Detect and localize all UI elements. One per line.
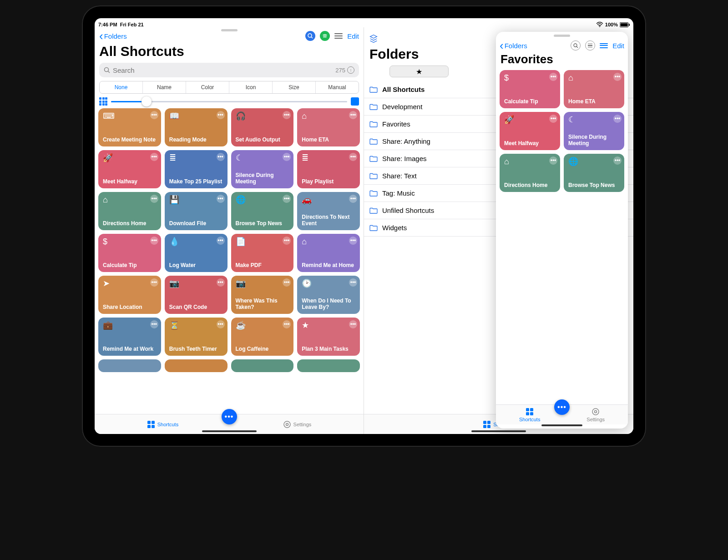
shortcut-more-button[interactable]: ••• <box>283 111 291 119</box>
shortcut-more-button[interactable]: ••• <box>549 156 557 165</box>
slideover-edit-button[interactable]: Edit <box>612 42 624 50</box>
sort-name[interactable]: Name <box>143 81 186 93</box>
favorite-card[interactable]: ⌂ Home ETA ••• <box>564 70 624 108</box>
shortcut-more-button[interactable]: ••• <box>283 237 291 245</box>
shortcut-label: Create Meeting Note <box>103 136 157 143</box>
shortcut-card[interactable]: ≣ Make Top 25 Playlist ••• <box>165 150 228 188</box>
shortcut-card[interactable]: 📖 Reading Mode ••• <box>165 108 228 146</box>
more-actions-fab[interactable]: ••• <box>222 409 237 424</box>
shortcut-card[interactable]: 🌐 Browse Top News ••• <box>231 192 294 230</box>
shortcut-more-button[interactable]: ••• <box>283 195 291 203</box>
card-size-slider[interactable] <box>95 97 364 108</box>
shortcut-more-button[interactable]: ••• <box>150 278 158 287</box>
slideover-search-icon[interactable] <box>571 40 581 50</box>
search-input[interactable]: 275 ↑ <box>99 63 359 77</box>
shortcut-card[interactable]: 🕑 When Do I Need To Leave By? ••• <box>297 276 360 314</box>
shortcut-card[interactable]: ⌂ Remind Me at Home ••• <box>297 234 360 272</box>
shortcut-card-peek[interactable] <box>297 359 360 372</box>
stack-icon[interactable] <box>369 34 379 44</box>
shortcut-more-button[interactable]: ••• <box>150 237 158 245</box>
shortcut-more-button[interactable]: ••• <box>217 195 225 203</box>
shortcut-card[interactable]: ➤ Share Location ••• <box>98 276 161 314</box>
shortcut-card[interactable]: ⌂ Directions Home ••• <box>98 192 161 230</box>
search-shortcuts-button[interactable] <box>305 31 315 41</box>
slideover-tab-settings[interactable]: Settings <box>586 408 605 422</box>
shortcut-more-button[interactable]: ••• <box>150 320 158 328</box>
sort-size[interactable]: Size <box>273 81 316 93</box>
favorite-card[interactable]: ⌂ Directions Home ••• <box>500 154 560 192</box>
shortcut-more-button[interactable]: ••• <box>217 320 225 328</box>
sort-icon[interactable]: Icon <box>229 81 273 93</box>
shortcut-more-button[interactable]: ••• <box>613 115 622 123</box>
slideover-panel[interactable]: Folders Edit Favorites $ Calculate Tip •… <box>496 32 628 429</box>
shortcut-more-button[interactable]: ••• <box>349 111 357 119</box>
shortcut-card[interactable]: ★ Plan 3 Main Tasks ••• <box>297 318 360 356</box>
shortcut-more-button[interactable]: ••• <box>283 278 291 287</box>
slider-knob[interactable] <box>142 96 152 106</box>
shortcut-more-button[interactable]: ••• <box>150 111 158 119</box>
pane-grabber[interactable] <box>221 29 238 31</box>
shortcut-more-button[interactable]: ••• <box>613 156 622 165</box>
shortcut-card[interactable]: 💧 Log Water ••• <box>165 234 228 272</box>
shortcut-label: Set Audio Output <box>236 136 289 143</box>
sort-segmented-control[interactable]: None Name Color Icon Size Manual <box>99 81 359 94</box>
shortcut-card[interactable]: 💼 Remind Me at Work ••• <box>98 318 161 356</box>
shortcut-more-button[interactable]: ••• <box>349 320 357 328</box>
folder-icon <box>369 156 378 162</box>
shortcut-more-button[interactable]: ••• <box>217 278 225 287</box>
shortcut-card-peek[interactable] <box>98 359 161 372</box>
slideover-tab-shortcuts[interactable]: Shortcuts <box>519 408 540 422</box>
shortcut-more-button[interactable]: ••• <box>217 111 225 119</box>
shortcut-more-button[interactable]: ••• <box>613 73 622 81</box>
slideover-view-button[interactable] <box>600 43 608 48</box>
shortcut-card[interactable]: 📷 Scan QR Code ••• <box>165 276 228 314</box>
shortcut-card[interactable]: $ Calculate Tip ••• <box>98 234 161 272</box>
shortcut-card[interactable]: ⌨ Create Meeting Note ••• <box>98 108 161 146</box>
shortcut-more-button[interactable]: ••• <box>283 320 291 328</box>
view-menu-button[interactable] <box>334 33 343 39</box>
tab-shortcuts[interactable]: Shortcuts <box>147 420 178 429</box>
shortcut-more-button[interactable]: ••• <box>217 153 225 161</box>
shortcut-card[interactable]: ≣ Play Playlist ••• <box>297 150 360 188</box>
shortcut-more-button[interactable]: ••• <box>150 153 158 161</box>
search-field[interactable] <box>113 66 335 74</box>
shortcut-card[interactable]: 📄 Make PDF ••• <box>231 234 294 272</box>
shortcut-card[interactable]: 💾 Download File ••• <box>165 192 228 230</box>
spotify-shortcut-button[interactable] <box>320 31 330 41</box>
search-icon <box>104 67 110 73</box>
sync-icon[interactable]: ↑ <box>347 66 354 74</box>
shortcut-card[interactable]: 🎧 Set Audio Output ••• <box>231 108 294 146</box>
shortcut-more-button[interactable]: ••• <box>349 195 357 203</box>
tab-settings[interactable]: Settings <box>283 420 312 429</box>
shortcut-more-button[interactable]: ••• <box>217 237 225 245</box>
favorite-card[interactable]: 🚀 Meet Halfway ••• <box>500 112 560 150</box>
shortcut-more-button[interactable]: ••• <box>283 153 291 161</box>
shortcut-more-button[interactable]: ••• <box>150 195 158 203</box>
shortcut-card[interactable]: 📷 Where Was This Taken? ••• <box>231 276 294 314</box>
slideover-fab[interactable]: ••• <box>554 399 570 415</box>
favorites-segment[interactable]: ★ <box>389 66 449 77</box>
shortcut-more-button[interactable]: ••• <box>349 237 357 245</box>
favorite-card[interactable]: 🌐 Browse Top News ••• <box>564 154 624 192</box>
shortcut-card-peek[interactable] <box>165 359 228 372</box>
shortcut-card[interactable]: ☕ Log Caffeine ••• <box>231 318 294 356</box>
back-folders-button[interactable]: Folders <box>99 32 127 40</box>
sort-none[interactable]: None <box>100 81 143 93</box>
shortcut-card[interactable]: ⏳ Brush Teeth Timer ••• <box>165 318 228 356</box>
shortcut-card[interactable]: 🚗 Directions To Next Event ••• <box>297 192 360 230</box>
slideover-menu-icon[interactable] <box>585 40 595 50</box>
favorite-card[interactable]: $ Calculate Tip ••• <box>500 70 560 108</box>
favorite-card[interactable]: ☾ Silence During Meeting ••• <box>564 112 624 150</box>
slideover-back-button[interactable]: Folders <box>500 42 527 50</box>
shortcut-more-button[interactable]: ••• <box>549 115 557 123</box>
shortcut-more-button[interactable]: ••• <box>349 278 357 287</box>
shortcut-card[interactable]: ⌂ Home ETA ••• <box>297 108 360 146</box>
shortcut-card[interactable]: 🚀 Meet Halfway ••• <box>98 150 161 188</box>
shortcut-card-peek[interactable] <box>231 359 294 372</box>
shortcut-more-button[interactable]: ••• <box>549 73 557 81</box>
sort-manual[interactable]: Manual <box>316 81 359 93</box>
shortcut-more-button[interactable]: ••• <box>349 153 357 161</box>
shortcut-card[interactable]: ☾ Silence During Meeting ••• <box>231 150 294 188</box>
sort-color[interactable]: Color <box>186 81 229 93</box>
edit-button[interactable]: Edit <box>347 32 359 40</box>
